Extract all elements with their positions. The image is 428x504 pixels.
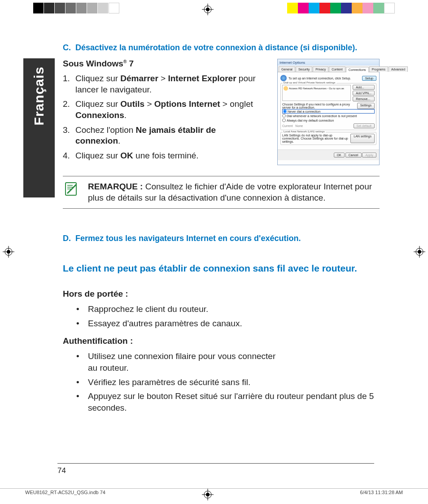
section-d-heading: D. Fermez tous les navigateurs Internet … <box>63 234 380 243</box>
registration-mark-icon <box>3 246 14 258</box>
lan-group-label: Local Area Network (LAN) settings <box>283 130 326 133</box>
globe-icon <box>280 75 287 81</box>
cancel-button[interactable]: Cancel <box>345 153 362 158</box>
dialup-group-label: Dial-up and Virtual Private Network sett… <box>283 81 336 84</box>
setup-text: To set up an Internet connection, click … <box>288 77 360 80</box>
remove-button[interactable]: Remove... <box>353 96 375 101</box>
footer-filename: WEU8162_RT-AC52U_QSG.indb 74 <box>25 490 105 495</box>
internet-options-dialog: Internet Options General Security Privac… <box>277 59 380 165</box>
step-2: Cliquez sur Outils > Options Internet > … <box>63 99 260 121</box>
section-c-title: Désactivez la numérotation de votre conn… <box>75 43 357 53</box>
tab-security[interactable]: Security <box>296 66 312 72</box>
setup-button[interactable]: Setup <box>362 76 376 81</box>
issue-heading: Le client ne peut pas établir de connexi… <box>63 263 380 274</box>
bullet-item: Essayez d'autres paramètres de canaux. <box>63 318 380 329</box>
group2-head: Authentification : <box>63 336 380 346</box>
tab-content[interactable]: Content <box>329 66 345 72</box>
step-4: Cliquez sur OK une fois terminé. <box>63 150 260 162</box>
bullet-item: Vérifiez les paramètres de sécurité sans… <box>63 377 380 388</box>
steps-list: Cliquez sur Démarrer > Internet Explorer… <box>63 73 260 162</box>
tab-privacy[interactable]: Privacy <box>313 66 328 72</box>
registration-mark-icon <box>414 246 425 258</box>
group1-list: Rapprochez le client du routeur. Essayez… <box>63 303 380 329</box>
step-1: Cliquez sur Démarrer > Internet Explorer… <box>63 73 260 95</box>
add-button[interactable]: Add... <box>353 85 375 90</box>
step-3: Cochez l'option Ne jamais établir de con… <box>63 125 260 147</box>
bullet-item: Utilisez une connexion filaire pour vous… <box>63 351 278 373</box>
registration-mark-icon <box>202 4 214 15</box>
bullet-item: Rapprochez le client du routeur. <box>63 303 380 315</box>
tab-general[interactable]: General <box>279 66 295 72</box>
dialog-titlebar: Internet Options <box>278 59 379 66</box>
section-d-title: Fermez tous les navigateurs Internet en … <box>75 234 301 243</box>
note-block: REMARQUE : Consultez le fichier d'Aide d… <box>63 176 380 209</box>
subhead-windows: Sous Windows® 7 <box>63 59 270 69</box>
connection-icon <box>284 86 288 91</box>
current-value: None <box>295 124 350 127</box>
current-label: Current <box>282 124 293 127</box>
section-d-letter: D. <box>63 234 75 243</box>
print-footer: WEU8162_RT-AC52U_QSG.indb 74 6/4/13 11:3… <box>0 488 428 496</box>
add-vpn-button[interactable]: Add VPN... <box>353 91 375 96</box>
apply-button[interactable]: Apply <box>362 153 376 158</box>
proxy-text: Choose Settings if you need to configure… <box>282 103 355 109</box>
tab-programs[interactable]: Programs <box>369 66 388 72</box>
radio-always-dial[interactable]: Always dial my default connection <box>282 118 375 123</box>
radio-dial-whenever[interactable]: Dial whenever a network connection is no… <box>282 114 375 118</box>
tab-advanced[interactable]: Advanced <box>389 66 408 72</box>
radio-never-dial[interactable]: Never dial a connection <box>282 109 375 114</box>
footer-timestamp: 6/4/13 11:31:28 AM <box>360 490 403 495</box>
dialup-listbox[interactable]: Access RD Network Resources - Go to vpn.… <box>282 85 351 101</box>
section-c-heading: C. Désactivez la numérotation de votre c… <box>63 43 380 53</box>
tab-connections[interactable]: Connections <box>346 67 369 72</box>
note-text: REMARQUE : Consultez le fichier d'Aide d… <box>88 181 380 204</box>
dialog-tabs: General Security Privacy Content Connect… <box>278 66 379 72</box>
page-number: 74 <box>57 463 374 475</box>
lan-text: LAN Settings do not apply to dial-up con… <box>282 134 349 143</box>
group2-list: Utilisez une connexion filaire pour vous… <box>63 351 380 413</box>
section-c-letter: C. <box>63 43 75 53</box>
bullet-item: Appuyez sur le bouton Reset situé sur l'… <box>63 390 380 413</box>
set-default-button[interactable]: Set default <box>354 123 375 128</box>
settings-button[interactable]: Settings <box>357 103 375 109</box>
calibration-bar-left <box>33 3 119 13</box>
group1-head: Hors de portée : <box>63 289 380 299</box>
calibration-bar-right <box>287 3 395 13</box>
lan-settings-button[interactable]: LAN settings <box>350 134 375 143</box>
note-icon <box>63 181 79 197</box>
ok-button[interactable]: OK <box>334 153 345 158</box>
